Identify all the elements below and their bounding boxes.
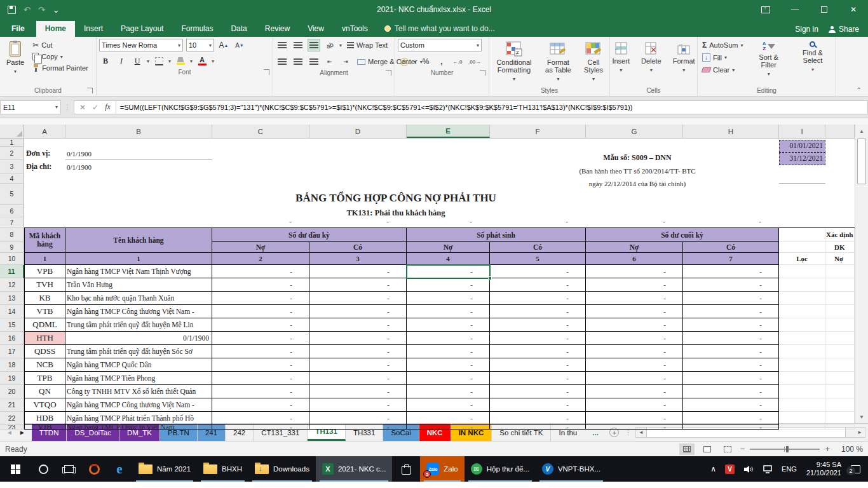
cell-dash[interactable]: - — [212, 412, 309, 425]
tray-clock[interactable]: 9:45 SA 21/10/2021 — [801, 461, 846, 477]
cell-dia-chi-value[interactable]: 0/1/1900 — [67, 163, 92, 171]
zalo-window-button[interactable]: Zalo5Zalo — [420, 456, 464, 482]
cell-customer-name[interactable]: Ngân hàng TMCP Phát triển Thành phố Hồ — [65, 412, 212, 425]
pinned-app-button[interactable] — [81, 456, 107, 482]
cell-dash[interactable]: - — [490, 217, 568, 225]
cortana-button[interactable] — [31, 456, 56, 482]
vnpt-window-button[interactable]: VVNPT-BHX... — [536, 456, 607, 482]
cell-index[interactable]: 5 — [490, 253, 586, 265]
cut-button[interactable]: ✂Cut — [31, 40, 90, 50]
cell-dash[interactable]: - — [212, 265, 309, 278]
cell-dash[interactable]: - — [683, 345, 779, 358]
column-header-b[interactable]: B — [65, 125, 212, 138]
cell-dash[interactable]: - — [309, 358, 407, 372]
cell-customer-code[interactable]: HDB — [24, 412, 65, 425]
header-co[interactable]: Có — [309, 242, 407, 253]
explorer-window-nam-2021[interactable]: Năm 2021 — [132, 456, 197, 482]
increase-decimal-icon[interactable]: ←.0 — [451, 55, 464, 68]
sign-in-link[interactable]: Sign in — [795, 25, 818, 34]
cell-dash[interactable]: - — [407, 292, 490, 305]
cell-dash[interactable]: - — [212, 345, 309, 358]
underline-button[interactable]: U — [131, 55, 144, 67]
cell-index[interactable]: 6 — [586, 253, 683, 265]
row-header[interactable]: 2 — [0, 147, 24, 160]
tab-formulas[interactable]: Formulas — [172, 21, 222, 37]
cell-don-vi-value[interactable]: 0/1/1900 — [67, 150, 92, 158]
cell-dash[interactable]: - — [407, 278, 490, 292]
cell-dash[interactable]: - — [586, 265, 683, 278]
cell-customer-name[interactable]: Trung tâm phát triển quỹ đất huyện Mê Li… — [65, 318, 212, 332]
cell-customer-code[interactable]: VPB — [24, 265, 65, 278]
cell-dash[interactable]: - — [212, 318, 309, 332]
find-select-button[interactable]: Find & Select▾ — [792, 39, 833, 76]
zoom-level[interactable]: 100 % — [835, 445, 863, 454]
font-color-button[interactable]: A — [196, 55, 208, 67]
cell-dash[interactable]: - — [309, 292, 407, 305]
tray-network-icon[interactable] — [758, 465, 777, 473]
number-dialog-launcher-icon[interactable] — [480, 70, 485, 76]
row-header[interactable]: 16 — [0, 332, 24, 345]
cell-dash[interactable]: - — [586, 217, 665, 225]
row-header[interactable]: 17 — [0, 345, 24, 358]
header-no[interactable]: Nợ — [407, 242, 490, 253]
cell-dash[interactable]: - — [490, 332, 586, 345]
header-co[interactable]: Có — [490, 242, 586, 253]
cell-dash[interactable]: - — [586, 358, 683, 372]
cell-dash[interactable]: - — [490, 385, 586, 398]
row-header[interactable]: 18 — [0, 358, 24, 372]
task-view-button[interactable] — [56, 456, 81, 482]
format-as-table-button[interactable]: Format as Table▾ — [541, 39, 575, 86]
redo-button[interactable]: ↷ — [38, 6, 45, 14]
cell-dash[interactable]: - — [212, 278, 309, 292]
tray-unikey-icon[interactable]: V — [721, 464, 739, 474]
tab-review[interactable]: Review — [256, 21, 299, 37]
cell-customer-name[interactable]: Trần Văn Hưng — [65, 278, 212, 292]
row-header[interactable]: 20 — [0, 385, 24, 398]
header-no[interactable]: Nợ — [212, 242, 309, 253]
row-header[interactable]: 12 — [0, 278, 24, 292]
zoom-slider[interactable] — [750, 449, 820, 450]
cell-dash[interactable]: - — [407, 305, 490, 318]
cell-dash[interactable]: - — [212, 217, 292, 225]
maximize-button[interactable] — [810, 0, 839, 19]
header-no[interactable]: Nợ — [586, 242, 683, 253]
cell-customer-name[interactable]: Kho bạc nhà nước quận Thanh Xuân — [65, 292, 212, 305]
formula-input[interactable]: =SUM((LEFT(NKC!$G$9:$G$5791;3)="131")*(N… — [116, 100, 868, 114]
cell-dash[interactable]: - — [586, 412, 683, 425]
cell-dash[interactable]: - — [490, 345, 586, 358]
cell-index[interactable]: 7 — [683, 253, 779, 265]
cell-dash[interactable]: - — [490, 412, 586, 425]
column-header-e[interactable]: E — [407, 125, 490, 138]
ribbon-display-options-icon[interactable] — [751, 0, 780, 19]
cell-dash[interactable]: - — [407, 332, 490, 345]
cell-dash[interactable]: - — [586, 278, 683, 292]
cell-index[interactable]: 3 — [309, 253, 407, 265]
alignment-dialog-launcher-icon[interactable] — [386, 70, 391, 76]
edge-button[interactable]: e — [107, 456, 132, 482]
cell-dash[interactable]: - — [407, 217, 472, 225]
cell-dash[interactable]: - — [490, 292, 586, 305]
enter-icon[interactable]: ✓ — [92, 103, 98, 112]
store-button[interactable] — [392, 456, 420, 482]
cell-dia-chi-label[interactable]: Địa chỉ: — [26, 162, 51, 172]
cell-don-vi-label[interactable]: Đơn vị: — [26, 149, 50, 158]
cell-dash[interactable]: - — [683, 305, 779, 318]
delete-cells-button[interactable]: ✕ Delete▾ — [637, 39, 665, 77]
normal-view-button[interactable] — [679, 444, 695, 455]
format-painter-button[interactable]: Format Painter — [31, 63, 90, 73]
minimize-button[interactable]: — — [780, 0, 810, 19]
column-header-h[interactable]: H — [683, 125, 779, 138]
cell-dash[interactable]: - — [407, 318, 490, 332]
cell-dash[interactable]: - — [683, 217, 761, 225]
cell-dash[interactable]: - — [586, 398, 683, 412]
cell-dash[interactable]: - — [212, 305, 309, 318]
cell-no-side[interactable]: Nợ — [825, 253, 855, 265]
select-all-corner[interactable] — [0, 125, 24, 138]
row-header[interactable]: 15 — [0, 318, 24, 332]
cell-dash[interactable]: - — [586, 332, 683, 345]
cell-customer-code[interactable]: QDML — [24, 318, 65, 332]
column-header-f[interactable]: F — [490, 125, 586, 138]
cell-loc[interactable]: Lọc — [779, 253, 825, 265]
cell-dash[interactable]: - — [586, 372, 683, 385]
font-size-combo[interactable]: 10▾ — [186, 39, 214, 51]
